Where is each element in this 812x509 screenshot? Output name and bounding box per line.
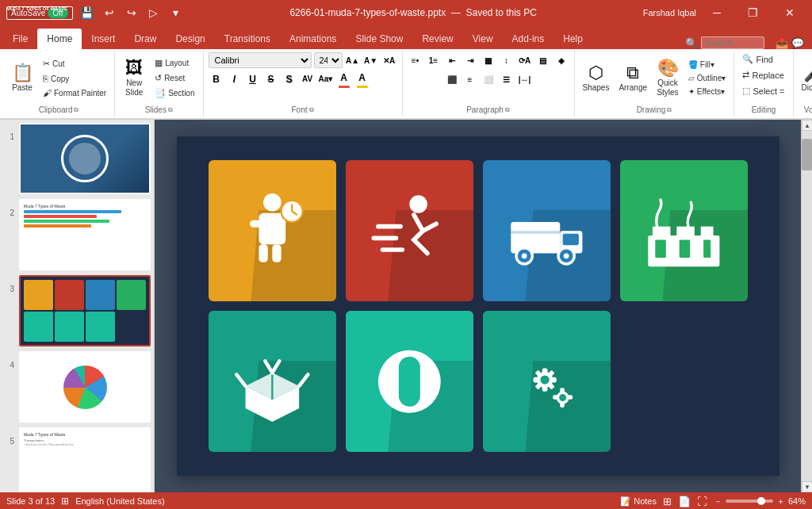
close-button[interactable]: ✕: [774, 0, 806, 25]
slide-thumb-5[interactable]: 5 Muda 7 Types of Waste Transportation •…: [3, 427, 151, 492]
indent-inc-button[interactable]: ⇥: [462, 52, 478, 68]
slide-thumb-4[interactable]: 4: [3, 351, 151, 423]
slide-img-4[interactable]: [19, 351, 151, 423]
slide-img-1[interactable]: MUDA 7 TYPES OF WASTE: [19, 123, 151, 194]
zoom-slider[interactable]: [726, 499, 773, 503]
reading-view-icon[interactable]: 📄: [678, 496, 691, 507]
paragraph-expand-icon[interactable]: ⧉: [505, 106, 510, 114]
text-direction-button[interactable]: ⟳A: [517, 52, 533, 68]
customize-icon[interactable]: ▾: [168, 5, 184, 21]
search-input[interactable]: [701, 36, 764, 49]
zoom-out-button[interactable]: －: [714, 496, 722, 507]
smartart-button[interactable]: ◈: [553, 52, 569, 68]
numbering-button[interactable]: 1≡: [426, 52, 442, 68]
italic-button[interactable]: I: [227, 71, 243, 87]
indent-dec-button[interactable]: ⇤: [444, 52, 460, 68]
linespacing-button[interactable]: ↕: [499, 52, 515, 68]
decrease-font-button[interactable]: A▼: [363, 52, 379, 68]
underline-button[interactable]: U: [245, 71, 261, 87]
slideshow-icon[interactable]: ⛶: [697, 496, 707, 507]
slide-panel-view-icon[interactable]: ⊞: [663, 496, 672, 507]
align-left-button[interactable]: ⬛: [444, 71, 460, 87]
cut-button[interactable]: ✂ Cut: [40, 57, 109, 71]
paste-button[interactable]: 📋 Paste: [8, 63, 36, 94]
new-slide-button[interactable]: 🖼 NewSlide: [120, 58, 148, 99]
select-button[interactable]: ⬚ Select =: [739, 84, 787, 98]
undo-icon[interactable]: ↩: [102, 5, 117, 21]
zoom-in-button[interactable]: ＋: [776, 496, 785, 507]
font-color-button[interactable]: A: [336, 70, 352, 86]
charspacing-button[interactable]: AV: [300, 71, 316, 87]
zoom-slider-thumb[interactable]: [757, 497, 765, 505]
align-right-button[interactable]: ⬜: [481, 71, 496, 87]
slide-thumb-3[interactable]: 3: [3, 275, 151, 346]
redo-icon[interactable]: ↪: [124, 5, 140, 21]
scroll-up-arrow[interactable]: ▲: [802, 120, 812, 131]
columns-button[interactable]: ▦: [481, 52, 496, 68]
shadow-button[interactable]: S: [282, 71, 297, 87]
changecase-button[interactable]: Aa▾: [318, 71, 334, 87]
highlight-color-btn-wrap[interactable]: A: [354, 70, 370, 88]
tab-slideshow[interactable]: Slide Show: [346, 29, 412, 49]
tab-file[interactable]: File: [3, 29, 37, 49]
tab-transitions[interactable]: Transitions: [215, 29, 280, 49]
section-button[interactable]: 📑 Section: [151, 86, 197, 100]
tab-addins[interactable]: Add-ins: [503, 29, 554, 49]
col-spacing-button[interactable]: |↔|: [517, 71, 533, 87]
tab-draw[interactable]: Draw: [124, 29, 166, 49]
find-button[interactable]: 🔍 Find: [739, 52, 776, 66]
scroll-track[interactable]: [802, 131, 812, 481]
text-align-button[interactable]: ▤: [535, 52, 551, 68]
tab-view[interactable]: View: [463, 29, 503, 49]
slide-thumb-2[interactable]: 2 Muda 7 Types of Waste: [3, 199, 151, 270]
bullets-button[interactable]: ≡•: [408, 52, 423, 68]
tab-help[interactable]: Help: [553, 29, 592, 49]
quick-styles-button[interactable]: 🎨 QuickStyles: [653, 58, 682, 99]
shape-fill-button[interactable]: 🪣 Fill▾: [685, 59, 729, 71]
shape-outline-button[interactable]: ▱ Outline▾: [685, 72, 729, 84]
slide-thumb-1[interactable]: 1 MUDA 7 TYPES OF WASTE: [3, 123, 151, 194]
drawing-expand-icon[interactable]: ⧉: [667, 106, 672, 114]
share-icon[interactable]: 📤: [776, 37, 788, 49]
search-icon[interactable]: 🔍: [685, 37, 698, 49]
font-expand-icon[interactable]: ⧉: [309, 106, 314, 114]
notes-button[interactable]: 📝 Notes: [620, 496, 657, 507]
strikethrough-button[interactable]: S: [263, 71, 279, 87]
tab-insert[interactable]: Insert: [82, 29, 124, 49]
tab-review[interactable]: Review: [412, 29, 462, 49]
accessibility-icon[interactable]: ⊞: [61, 496, 69, 507]
language[interactable]: English (United States): [75, 496, 165, 506]
format-painter-button[interactable]: 🖌 Format Painter: [40, 86, 109, 99]
comments-icon[interactable]: 💬: [791, 37, 804, 49]
replace-button[interactable]: ⇄ Replace: [739, 68, 787, 82]
vertical-scrollbar[interactable]: ▲ ▼: [801, 120, 812, 492]
justify-button[interactable]: ☰: [499, 71, 515, 87]
zoom-level[interactable]: 64%: [788, 496, 806, 506]
shapes-button[interactable]: ⬡ Shapes: [580, 63, 613, 94]
layout-button[interactable]: ▦ Layout: [151, 56, 197, 70]
slide-img-5[interactable]: Muda 7 Types of Waste Transportation • S…: [19, 427, 151, 492]
scroll-thumb[interactable]: [802, 139, 812, 170]
font-family-select[interactable]: Calibri: [209, 52, 312, 68]
restore-button[interactable]: ❐: [737, 0, 769, 25]
increase-font-button[interactable]: A▲: [345, 52, 361, 68]
arrange-button[interactable]: ⧉ Arrange: [615, 63, 650, 94]
reset-button[interactable]: ↺ Reset: [151, 71, 197, 85]
tab-home[interactable]: Home: [37, 29, 82, 49]
align-center-button[interactable]: ≡: [462, 71, 478, 87]
present-icon[interactable]: ▷: [146, 5, 162, 21]
tab-design[interactable]: Design: [166, 29, 214, 49]
highlight-button[interactable]: A: [354, 70, 370, 86]
dictate-button[interactable]: 🎤 Dictate: [799, 63, 812, 94]
tab-animations[interactable]: Animations: [280, 29, 346, 49]
clear-format-button[interactable]: ✕A: [381, 52, 397, 68]
bold-button[interactable]: B: [209, 71, 224, 87]
scroll-down-arrow[interactable]: ▼: [802, 481, 812, 492]
clipboard-expand-icon[interactable]: ⧉: [74, 106, 79, 114]
font-color-btn-wrap[interactable]: A: [336, 70, 352, 88]
save-icon[interactable]: 💾: [79, 5, 95, 21]
copy-button[interactable]: ⎘ Copy: [40, 72, 109, 85]
font-size-select[interactable]: 24: [314, 52, 343, 68]
slide-img-3[interactable]: [19, 275, 151, 346]
slide-img-2[interactable]: Muda 7 Types of Waste: [19, 199, 151, 270]
